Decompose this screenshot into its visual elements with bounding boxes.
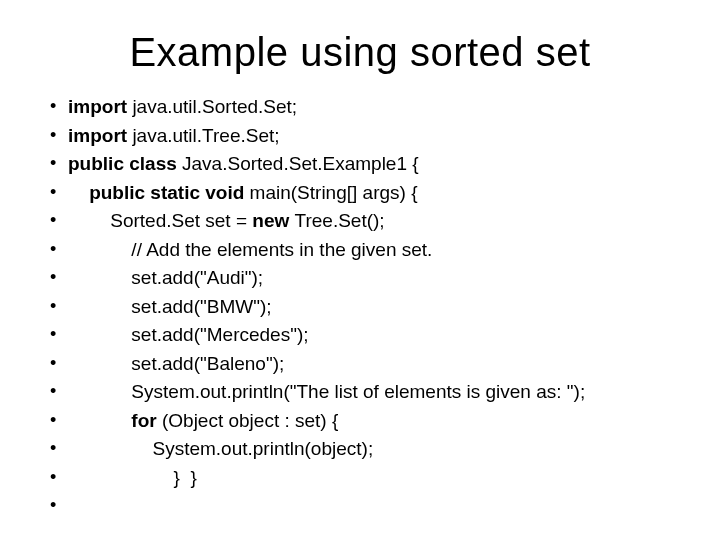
code-line: import java.util.Sorted.Set; bbox=[50, 93, 690, 122]
code-segment: import bbox=[68, 125, 132, 146]
code-segment: // Add the elements in the given set. bbox=[131, 239, 432, 260]
code-segment: } } bbox=[174, 467, 197, 488]
code-segment: new bbox=[252, 210, 294, 231]
code-segment: set.add("Audi"); bbox=[131, 267, 263, 288]
code-segment: for bbox=[131, 410, 162, 431]
code-segment: import bbox=[68, 96, 132, 117]
code-segment: System.out.println(object); bbox=[152, 438, 373, 459]
code-segment: public class bbox=[68, 153, 182, 174]
code-segment: (Object object : set) { bbox=[162, 410, 338, 431]
code-line: public static void main(String[] args) { bbox=[50, 179, 690, 208]
code-line: // Add the elements in the given set. bbox=[50, 236, 690, 265]
code-segment: set.add("BMW"); bbox=[131, 296, 271, 317]
code-line: public class Java.Sorted.Set.Example1 { bbox=[50, 150, 690, 179]
slide: Example using sorted set import java.uti… bbox=[0, 0, 720, 540]
code-segment: Sorted.Set set = bbox=[110, 210, 252, 231]
code-segment: main(String[] args) { bbox=[250, 182, 418, 203]
slide-title: Example using sorted set bbox=[30, 30, 690, 75]
code-segment: set.add("Baleno"); bbox=[131, 353, 284, 374]
code-segment: System.out.println("The list of elements… bbox=[131, 381, 585, 402]
code-line: for (Object object : set) { bbox=[50, 407, 690, 436]
code-line: set.add("BMW"); bbox=[50, 293, 690, 322]
code-line: Sorted.Set set = new Tree.Set(); bbox=[50, 207, 690, 236]
code-line: set.add("Mercedes"); bbox=[50, 321, 690, 350]
code-segment: Java.Sorted.Set.Example1 { bbox=[182, 153, 419, 174]
code-line: } } bbox=[50, 464, 690, 493]
code-line: set.add("Audi"); bbox=[50, 264, 690, 293]
code-segment: set.add("Mercedes"); bbox=[131, 324, 308, 345]
code-line: import java.util.Tree.Set; bbox=[50, 122, 690, 151]
code-segment: java.util.Tree.Set; bbox=[132, 125, 279, 146]
code-segment: java.util.Sorted.Set; bbox=[132, 96, 297, 117]
code-bullet-list: import java.util.Sorted.Set;import java.… bbox=[30, 93, 690, 492]
code-line: set.add("Baleno"); bbox=[50, 350, 690, 379]
code-line: System.out.println("The list of elements… bbox=[50, 378, 690, 407]
code-line: System.out.println(object); bbox=[50, 435, 690, 464]
code-segment: Tree.Set(); bbox=[295, 210, 385, 231]
code-segment: public static void bbox=[89, 182, 249, 203]
